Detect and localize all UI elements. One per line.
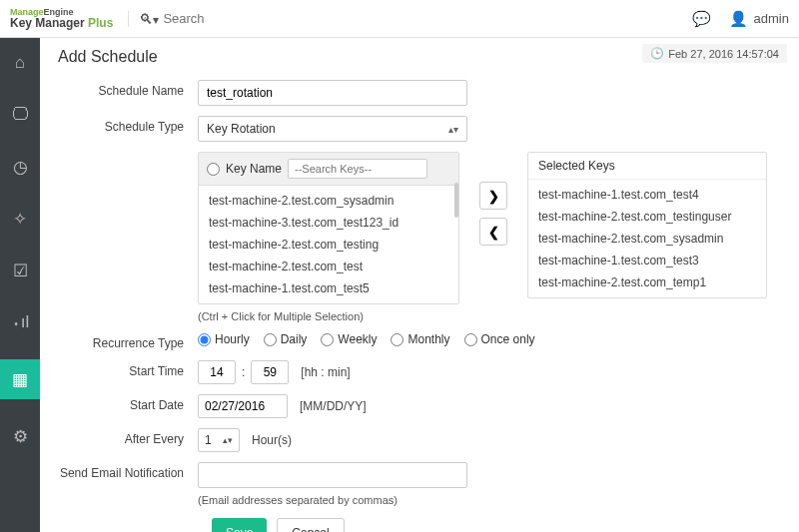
- label-start-time: Start Time: [58, 360, 198, 378]
- hours-unit: Hour(s): [252, 433, 292, 447]
- label-start-date: Start Date: [58, 394, 198, 412]
- available-keys-list: Key Name test-machine-2.test.com_sysadmi…: [198, 152, 459, 304]
- global-search[interactable]: 🔍︎▾: [128, 11, 691, 27]
- list-item[interactable]: test-machine-2.test.com_test: [199, 256, 458, 277]
- move-right-button[interactable]: ❯: [479, 182, 507, 210]
- brand-product: Key Manager: [10, 16, 88, 30]
- after-every-input[interactable]: 1 ▴▾: [198, 428, 240, 452]
- selected-keys-list: Selected Keys test-machine-1.test.com_te…: [527, 152, 767, 298]
- sidebar-reports[interactable]: ⬪ıl: [0, 307, 40, 337]
- selected-keys-items[interactable]: test-machine-1.test.com_test4 test-machi…: [528, 180, 766, 297]
- user-name: admin: [754, 11, 789, 26]
- radio-monthly[interactable]: Monthly: [391, 332, 449, 346]
- sidebar-tasks[interactable]: ☑: [0, 256, 40, 285]
- user-icon: 👤: [729, 10, 748, 28]
- label-after-every: After Every: [58, 428, 198, 446]
- timestamp-badge: 🕒 Feb 27, 2016 14:57:04: [642, 44, 787, 63]
- list-item[interactable]: test-machine-2.test.com_sysadmin: [528, 228, 766, 250]
- key-name-radio[interactable]: [207, 163, 220, 176]
- move-buttons: ❯ ❮: [479, 182, 507, 246]
- move-left-button[interactable]: ❮: [479, 218, 507, 246]
- selected-keys-header: Selected Keys: [528, 153, 766, 180]
- schedule-name-input[interactable]: [198, 80, 467, 106]
- key-search-input[interactable]: [288, 159, 427, 179]
- cancel-button[interactable]: Cancel: [277, 518, 344, 532]
- form-buttons: Save Cancel: [212, 518, 781, 532]
- list-item[interactable]: test-machine-3.test.com_test123_id: [199, 212, 458, 234]
- list-item[interactable]: test-machine-2.test.com_sysadmin: [199, 190, 458, 212]
- clock-icon: 🕒: [650, 47, 664, 60]
- chat-icon[interactable]: 💬: [692, 10, 711, 28]
- recurrence-radio-group: Hourly Daily Weekly Monthly Once only: [198, 332, 781, 346]
- email-hint: (Email addresses separated by commas): [198, 494, 781, 506]
- list-item[interactable]: test-machine-1.test.com_test3: [528, 250, 766, 271]
- schedule-type-select[interactable]: Key Rotation ▴▾: [198, 116, 467, 142]
- list-item[interactable]: test-machine-1.test.com_test5: [199, 277, 458, 299]
- sidebar-settings[interactable]: ⚙: [0, 421, 40, 451]
- radio-daily[interactable]: Daily: [264, 332, 308, 346]
- schedule-type-value: Key Rotation: [207, 122, 276, 136]
- available-keys-header: Key Name: [199, 153, 458, 186]
- selection-hint: (Ctrl + Click for Multiple Selection): [198, 310, 781, 322]
- start-minute-input[interactable]: [251, 360, 289, 384]
- brand-logo: ManageEngine Key Manager Plus: [10, 8, 113, 29]
- search-input[interactable]: [163, 11, 363, 26]
- list-item[interactable]: test-machine-2.test.com_testing: [199, 234, 458, 256]
- main-content: 🕒 Feb 27, 2016 14:57:04 Add Schedule Sch…: [40, 38, 799, 532]
- top-right: 💬 👤 admin: [692, 10, 789, 28]
- radio-once[interactable]: Once only: [464, 332, 535, 346]
- list-item[interactable]: test-machine-2.test.com_temp1: [528, 271, 766, 293]
- start-hour-input[interactable]: [198, 360, 236, 384]
- sidebar: ⌂ 🖵 ◷ ✧ ☑ ⬪ıl ▦ ⚙: [0, 38, 40, 532]
- top-bar: ManageEngine Key Manager Plus 🔍︎▾ 💬 👤 ad…: [0, 0, 799, 38]
- label-send-email: Send Email Notification: [58, 462, 198, 480]
- sidebar-home[interactable]: ⌂: [0, 48, 40, 78]
- sidebar-monitor[interactable]: 🖵: [0, 100, 40, 130]
- save-button[interactable]: Save: [212, 518, 267, 532]
- available-keys-items[interactable]: test-machine-2.test.com_sysadmin test-ma…: [199, 186, 458, 303]
- list-item[interactable]: test-machine-2.test.com_testinguser: [528, 206, 766, 228]
- date-hint: [MM/DD/YY]: [300, 399, 367, 413]
- brand-plus: Plus: [88, 16, 113, 30]
- key-name-label: Key Name: [226, 162, 282, 176]
- label-schedule-type: Schedule Type: [58, 116, 198, 134]
- list-item[interactable]: test-machine-1.test.com_test4: [528, 184, 766, 206]
- scrollbar[interactable]: [454, 183, 458, 218]
- chevron-updown-icon[interactable]: ▴▾: [223, 435, 233, 445]
- key-selection: Key Name test-machine-2.test.com_sysadmi…: [198, 152, 781, 304]
- start-date-input[interactable]: [198, 394, 288, 418]
- label-schedule-name: Schedule Name: [58, 80, 198, 98]
- sidebar-tools[interactable]: ✧: [0, 204, 40, 234]
- search-icon: 🔍︎▾: [139, 11, 159, 27]
- user-menu[interactable]: 👤 admin: [729, 10, 789, 28]
- email-input[interactable]: [198, 462, 467, 488]
- timestamp-text: Feb 27, 2016 14:57:04: [668, 48, 779, 60]
- label-recurrence-type: Recurrence Type: [58, 332, 198, 350]
- radio-weekly[interactable]: Weekly: [321, 332, 377, 346]
- chevron-updown-icon: ▴▾: [448, 124, 458, 135]
- sidebar-schedule[interactable]: ▦: [0, 359, 40, 399]
- time-hint: [hh : min]: [301, 365, 350, 379]
- sidebar-history[interactable]: ◷: [0, 152, 40, 182]
- radio-hourly[interactable]: Hourly: [198, 332, 250, 346]
